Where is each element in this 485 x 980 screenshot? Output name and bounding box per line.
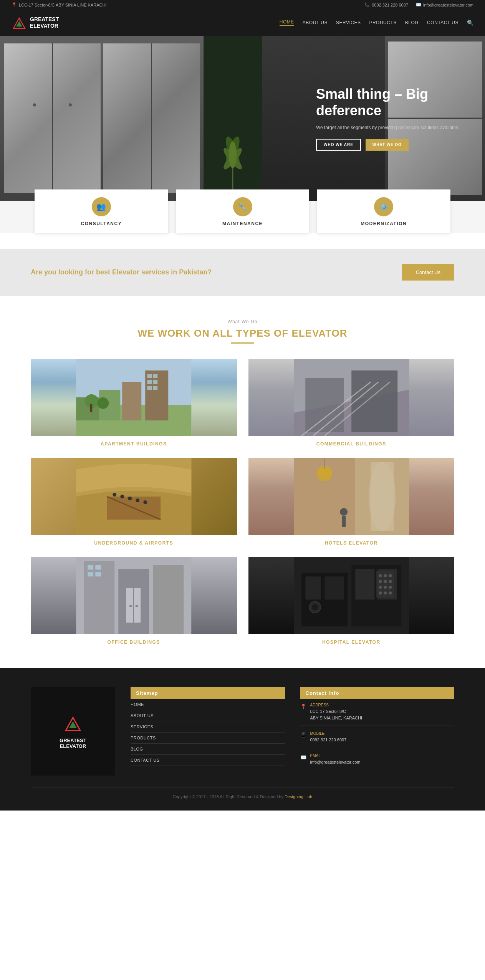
footer-grid: GREATEST ELEVATOR Sitemap HOME ABOUT US … <box>31 687 454 776</box>
hospital-label: HOSPITAL ELEVATOR <box>248 639 455 645</box>
nav-about[interactable]: ABOUT US <box>303 20 328 25</box>
apartment-label: APARTMENT BUILDINGS <box>31 441 237 447</box>
plant-decoration <box>221 116 244 201</box>
nav-home[interactable]: HOME <box>280 19 294 26</box>
sitemap-item-home[interactable]: HOME <box>131 699 285 710</box>
consultancy-label: CONSULTANCY <box>81 221 122 226</box>
commercial-label-plain: COMMERCIAL <box>316 441 356 447</box>
commercial-label-highlight: BUILDINGS <box>356 441 386 447</box>
nav-products[interactable]: PRODUCTS <box>369 20 396 25</box>
svg-point-77 <box>389 586 392 589</box>
hero-section: Small thing – Big deference We target al… <box>0 36 485 201</box>
sitemap-item-about[interactable]: ABOUT US <box>131 710 285 721</box>
svg-point-74 <box>389 580 392 583</box>
sitemap-item-products[interactable]: PRODUCTS <box>131 733 285 744</box>
elevator-item-hotels[interactable]: HOTELS ELEVATOR <box>248 458 455 546</box>
section-subtitle: What We Do <box>31 319 454 324</box>
svg-point-50 <box>340 508 348 516</box>
svg-rect-17 <box>147 380 152 384</box>
sitemap-item-blog[interactable]: BLOG <box>131 744 285 755</box>
svg-rect-59 <box>135 605 138 607</box>
mobile-icon: 📱 <box>300 732 306 743</box>
email-footer-icon: ✉️ <box>300 754 306 766</box>
svg-point-36 <box>113 493 116 497</box>
section-title: WE WORK ON ALL TYPES OF ELEVATOR <box>31 327 454 339</box>
svg-rect-66 <box>355 569 374 600</box>
svg-point-37 <box>120 495 124 498</box>
hotels-label: HOTELS ELEVATOR <box>248 540 455 546</box>
top-bar: 📍 LCC-17 Sector-8/C ABY SINIA LINE KARAC… <box>0 0 485 10</box>
nav-contact[interactable]: CONTACT US <box>427 20 459 25</box>
svg-rect-19 <box>147 386 152 390</box>
cta-text-end: in Pakistan? <box>169 268 212 276</box>
email-footer-label: Email <box>310 754 361 758</box>
title-underline <box>231 342 254 344</box>
logo-text: GREATEST ELEVATOR <box>30 16 59 29</box>
svg-point-70 <box>384 574 387 577</box>
top-bar-email: info@greatestelevator.com <box>423 3 473 7</box>
footer-bottom: Copyright © 2017 - 2018 All Right Reserv… <box>31 787 454 799</box>
svg-rect-20 <box>153 386 157 390</box>
address-value: LCC-17 Sector-8/CABY SINIA LINE, KARACHI <box>310 708 363 721</box>
hospital-label-plain: HOSPITAL <box>322 639 351 645</box>
hospital-svg <box>248 557 455 634</box>
copyright-text: Copyright © 2017 - 2018 All Right Reserv… <box>173 794 312 799</box>
contact-address: 📍 Address LCC-17 Sector-8/CABY SINIA LIN… <box>300 703 455 726</box>
location-icon: 📍 <box>12 2 17 7</box>
designing-hub-link[interactable]: Designing Hub <box>285 794 312 799</box>
svg-rect-55 <box>153 565 184 634</box>
elevator-img-commercial <box>248 359 455 436</box>
svg-point-71 <box>389 574 392 577</box>
elevator-item-office[interactable]: OFFICE BUILDINGS <box>31 557 237 645</box>
cta-banner: Are you looking for best Elevator servic… <box>0 249 485 296</box>
service-card-maintenance[interactable]: 🔧 MAINTENANCE <box>176 189 310 233</box>
top-bar-phone: 0092 321 220 6007 <box>372 3 408 7</box>
elevator-doors-left <box>0 36 204 201</box>
elevator-item-hospital[interactable]: HOSPITAL ELEVATOR <box>248 557 455 645</box>
service-card-consultancy[interactable]: 👥 CONSULTANCY <box>35 189 168 233</box>
hospital-label-highlight: ELEVATOR <box>351 639 380 645</box>
search-icon[interactable]: 🔍 <box>467 20 473 26</box>
logo[interactable]: GREATEST ELEVATOR <box>12 15 59 30</box>
office-label: OFFICE BUILDINGS <box>31 639 237 645</box>
svg-rect-23 <box>90 404 92 412</box>
elevator-item-underground[interactable]: UNDERGROUND & AIRPORTS <box>31 458 237 546</box>
svg-rect-82 <box>305 576 321 600</box>
svg-point-72 <box>379 580 382 583</box>
nav-blog[interactable]: BLOG <box>405 20 419 25</box>
cta-contact-button[interactable]: Contact Us <box>402 264 454 281</box>
commercial-svg <box>248 359 455 436</box>
modernization-icon: ⚙️ <box>374 197 393 216</box>
what-we-do-section: What We Do WE WORK ON ALL TYPES OF ELEVA… <box>0 296 485 668</box>
svg-point-80 <box>389 591 392 595</box>
service-card-modernization[interactable]: ⚙️ MODERNIZATION <box>317 189 450 233</box>
hotels-svg <box>248 458 455 535</box>
maintenance-label: MAINTENANCE <box>222 221 263 226</box>
sitemap-item-contact[interactable]: CONTACT US <box>131 755 285 766</box>
svg-rect-51 <box>342 516 346 527</box>
footer: GREATEST ELEVATOR Sitemap HOME ABOUT US … <box>0 668 485 811</box>
footer-contact-info: Contact Info 📍 Address LCC-17 Sector-8/C… <box>300 687 455 776</box>
nav-services[interactable]: SERVICES <box>336 20 361 25</box>
elevator-img-office <box>31 557 237 634</box>
what-we-do-button[interactable]: WHAT WE DO <box>366 139 409 151</box>
contact-email: ✉️ Email info@greatestelevator.com <box>300 754 455 771</box>
svg-rect-15 <box>147 374 152 378</box>
logo-icon <box>12 15 27 30</box>
elevator-item-apartment[interactable]: APARTMENT BUILDINGS <box>31 359 237 447</box>
sitemap-item-services[interactable]: SERVICES <box>131 721 285 733</box>
elevator-item-commercial[interactable]: COMMERCIAL BUILDINGS <box>248 359 455 447</box>
svg-point-75 <box>379 586 382 589</box>
who-we-are-button[interactable]: WHO WE ARE <box>316 139 361 151</box>
hero-buttons: WHO WE ARE WHAT WE DO <box>316 139 462 151</box>
svg-point-22 <box>97 397 109 409</box>
main-nav: HOME ABOUT US SERVICES PRODUCTS BLOG CON… <box>280 19 473 26</box>
underground-label-highlight: AIRPORTS <box>145 540 173 546</box>
svg-rect-61 <box>95 565 101 570</box>
section-title-plain: WE WORK ON ALL TYPES OF <box>137 327 291 339</box>
office-label-plain: OFFICE <box>108 639 130 645</box>
footer-logo-text: GREATEST ELEVATOR <box>60 737 86 749</box>
underground-svg <box>31 458 237 535</box>
svg-point-40 <box>143 500 147 504</box>
contact-info-items: 📍 Address LCC-17 Sector-8/CABY SINIA LIN… <box>300 699 455 770</box>
